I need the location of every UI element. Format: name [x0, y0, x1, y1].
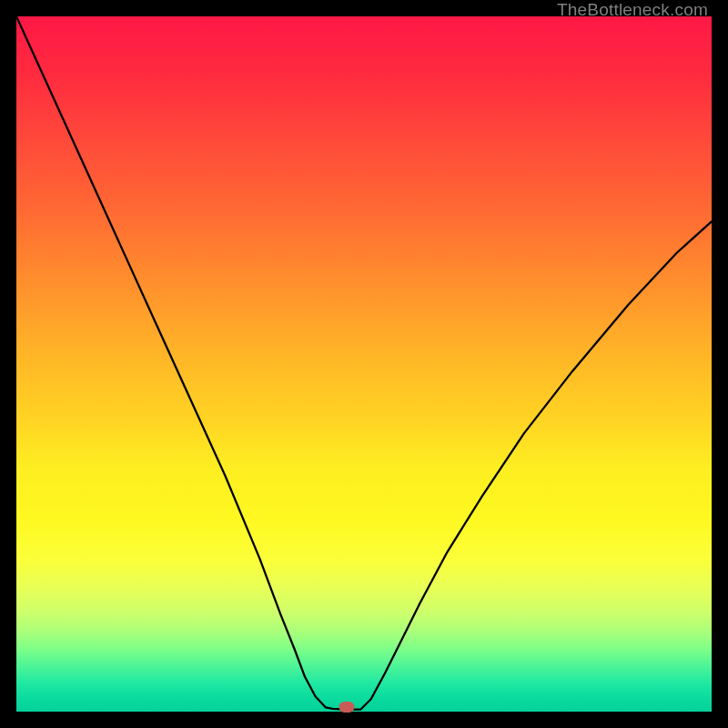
bottleneck-marker	[339, 702, 354, 713]
chart-frame: TheBottleneck.com	[0, 0, 728, 728]
watermark-text: TheBottleneck.com	[557, 0, 708, 20]
plot-area	[16, 16, 712, 712]
bottleneck-curve	[16, 16, 712, 712]
